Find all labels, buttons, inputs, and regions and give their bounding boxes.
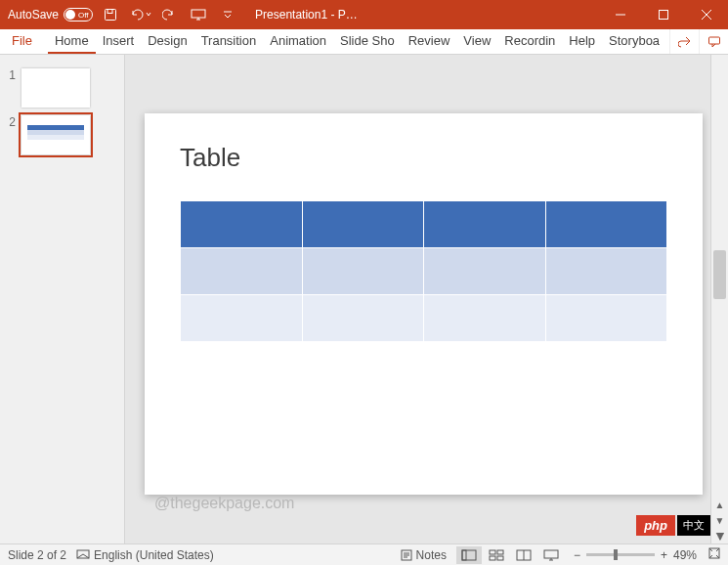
work-area: 12 Table @thegeekpage.com ▲ ▼ ⯆ php 中文 bbox=[0, 55, 728, 543]
maximize-button[interactable] bbox=[642, 0, 685, 29]
svg-rect-11 bbox=[490, 556, 495, 560]
table-cell[interactable] bbox=[181, 295, 303, 342]
fit-to-window-icon[interactable] bbox=[708, 547, 720, 562]
slide-title: Table bbox=[180, 143, 667, 173]
reading-view-icon[interactable] bbox=[511, 546, 536, 564]
customize-qat-icon[interactable] bbox=[216, 3, 239, 26]
svg-rect-14 bbox=[544, 550, 558, 558]
svg-rect-9 bbox=[490, 550, 495, 554]
table-cell[interactable] bbox=[424, 201, 546, 248]
ribbon-tabs: File HomeInsertDesignTransitionAnimation… bbox=[0, 29, 728, 55]
zoom-slider[interactable]: − + 49% bbox=[574, 547, 720, 562]
slide-sorter-view-icon[interactable] bbox=[484, 546, 509, 564]
slide-canvas[interactable]: Table bbox=[145, 113, 703, 495]
slide-table[interactable] bbox=[180, 200, 667, 342]
watermark-text: @thegeekpage.com bbox=[154, 495, 294, 512]
tab-animation[interactable]: Animation bbox=[263, 29, 333, 54]
zoom-in-icon[interactable]: + bbox=[661, 548, 667, 562]
svg-rect-12 bbox=[497, 556, 503, 560]
slide-thumbnails-panel: 12 bbox=[0, 55, 125, 543]
table-cell[interactable] bbox=[545, 248, 667, 295]
svg-rect-2 bbox=[192, 10, 205, 18]
present-from-beginning-icon[interactable] bbox=[187, 3, 210, 26]
table-cell[interactable] bbox=[302, 248, 424, 295]
svg-rect-7 bbox=[462, 550, 476, 560]
table-cell[interactable] bbox=[424, 248, 546, 295]
status-bar: Slide 2 of 2 English (United States) Not… bbox=[0, 543, 728, 565]
normal-view-icon[interactable] bbox=[456, 546, 482, 564]
title-bar: AutoSave Off Presentation1 - P… bbox=[0, 0, 728, 29]
slide-show-icon[interactable] bbox=[538, 546, 564, 564]
tab-storyboa[interactable]: Storyboa bbox=[602, 29, 666, 54]
tab-review[interactable]: Review bbox=[402, 29, 457, 54]
tab-transition[interactable]: Transition bbox=[194, 29, 264, 54]
svg-rect-8 bbox=[462, 550, 466, 560]
save-icon[interactable] bbox=[99, 3, 122, 26]
table-cell[interactable] bbox=[181, 201, 303, 248]
table-cell[interactable] bbox=[545, 201, 667, 248]
scrollbar-thumb[interactable] bbox=[713, 250, 726, 299]
svg-rect-10 bbox=[497, 550, 503, 554]
svg-rect-0 bbox=[106, 10, 116, 21]
slide-thumbnail[interactable] bbox=[21, 115, 90, 154]
notes-button[interactable]: Notes bbox=[401, 548, 447, 562]
vertical-scrollbar[interactable]: ▲ ▼ ⯆ bbox=[710, 55, 728, 543]
svg-rect-1 bbox=[107, 10, 112, 14]
table-cell[interactable] bbox=[302, 295, 424, 342]
tab-slide-sho[interactable]: Slide Sho bbox=[333, 29, 402, 54]
php-badge: php 中文 bbox=[636, 515, 710, 536]
table-cell[interactable] bbox=[302, 201, 424, 248]
nav-menu-icon[interactable]: ⯆ bbox=[711, 528, 728, 543]
tab-recordin[interactable]: Recordin bbox=[497, 29, 562, 54]
svg-rect-4 bbox=[708, 37, 719, 44]
tab-help[interactable]: Help bbox=[562, 29, 602, 54]
close-button[interactable] bbox=[685, 0, 728, 29]
next-slide-icon[interactable]: ▼ bbox=[711, 512, 728, 528]
document-title: Presentation1 - P… bbox=[255, 8, 358, 22]
zoom-out-icon[interactable]: − bbox=[574, 548, 580, 562]
tab-home[interactable]: Home bbox=[48, 29, 96, 54]
share-icon[interactable] bbox=[669, 29, 699, 54]
slide-thumbnail[interactable] bbox=[21, 68, 90, 108]
tab-design[interactable]: Design bbox=[141, 29, 193, 54]
comments-icon[interactable] bbox=[699, 29, 728, 54]
thumbnail-number: 1 bbox=[6, 68, 16, 82]
slide-editor: Table @thegeekpage.com ▲ ▼ ⯆ php 中文 bbox=[125, 55, 728, 543]
svg-rect-3 bbox=[660, 11, 668, 20]
undo-icon[interactable] bbox=[128, 3, 151, 26]
slide-counter[interactable]: Slide 2 of 2 bbox=[8, 548, 66, 562]
prev-slide-icon[interactable]: ▲ bbox=[711, 497, 728, 512]
language-status[interactable]: English (United States) bbox=[76, 548, 214, 562]
minimize-button[interactable] bbox=[599, 0, 642, 29]
zoom-percent: 49% bbox=[673, 548, 703, 562]
autosave-toggle[interactable]: AutoSave Off bbox=[8, 8, 93, 22]
table-cell[interactable] bbox=[181, 248, 303, 295]
tab-view[interactable]: View bbox=[456, 29, 497, 54]
thumbnail-number: 2 bbox=[6, 115, 16, 129]
table-cell[interactable] bbox=[545, 295, 667, 342]
redo-icon[interactable] bbox=[157, 3, 181, 26]
table-cell[interactable] bbox=[424, 295, 546, 342]
autosave-label: AutoSave bbox=[8, 8, 59, 22]
tab-file[interactable]: File bbox=[0, 29, 48, 54]
tab-insert[interactable]: Insert bbox=[96, 29, 142, 54]
